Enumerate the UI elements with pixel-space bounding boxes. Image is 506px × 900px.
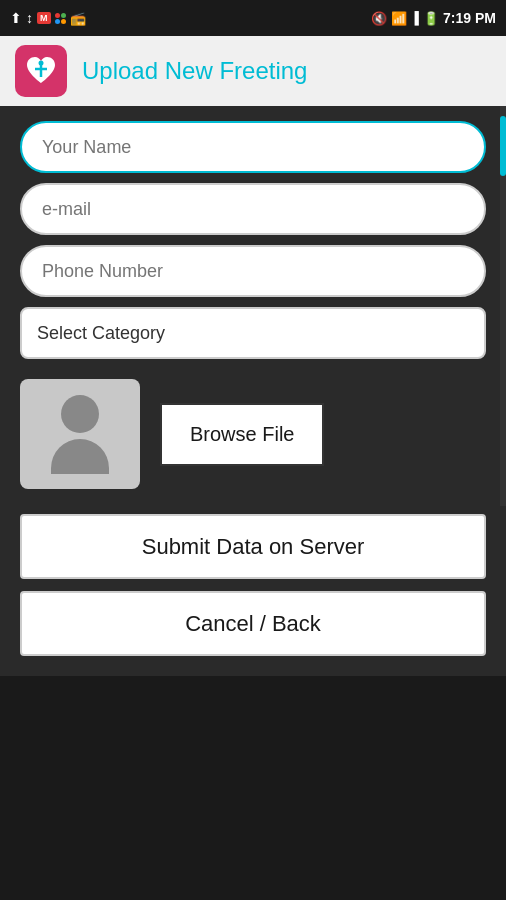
gmail-icon: M bbox=[37, 12, 51, 24]
time-display: 7:19 PM bbox=[443, 10, 496, 26]
logo-icon bbox=[23, 53, 59, 89]
email-input[interactable] bbox=[20, 183, 486, 235]
category-label: Select Category bbox=[37, 323, 165, 344]
page-title: Upload New Freeting bbox=[82, 57, 307, 85]
scroll-indicator[interactable] bbox=[500, 106, 506, 506]
scroll-thumb[interactable] bbox=[500, 116, 506, 176]
wifi-icon: 📶 bbox=[391, 11, 407, 26]
bottom-buttons: Submit Data on Server Cancel / Back bbox=[0, 514, 506, 676]
avatar-body bbox=[51, 439, 109, 474]
usb-icon: ⬆ bbox=[10, 10, 22, 26]
status-bar-left: ⬆ ↕ M 📻 bbox=[10, 10, 86, 26]
apps-icon bbox=[55, 13, 66, 24]
avatar-head bbox=[61, 395, 99, 433]
category-select[interactable]: Select Category bbox=[20, 307, 486, 359]
submit-button[interactable]: Submit Data on Server bbox=[20, 514, 486, 579]
avatar-icon bbox=[51, 395, 109, 474]
cancel-button[interactable]: Cancel / Back bbox=[20, 591, 486, 656]
svg-point-2 bbox=[39, 61, 44, 66]
name-input[interactable] bbox=[20, 121, 486, 173]
mute-icon: 🔇 bbox=[371, 11, 387, 26]
status-bar-right: 🔇 📶 ▐ 🔋 7:19 PM bbox=[371, 10, 496, 26]
radio-icon: 📻 bbox=[70, 11, 86, 26]
file-area: Browse File bbox=[20, 369, 486, 499]
phone-input[interactable] bbox=[20, 245, 486, 297]
cancel-label: Cancel / Back bbox=[185, 611, 321, 637]
submit-label: Submit Data on Server bbox=[142, 534, 365, 560]
app-logo bbox=[15, 45, 67, 97]
status-bar: ⬆ ↕ M 📻 🔇 📶 ▐ 🔋 7:19 PM bbox=[0, 0, 506, 36]
browse-file-label: Browse File bbox=[190, 423, 294, 445]
browse-file-button[interactable]: Browse File bbox=[160, 403, 324, 466]
form-container: Select Category Browse File bbox=[0, 106, 506, 514]
usb2-icon: ↕ bbox=[26, 10, 33, 26]
signal-icon: ▐ bbox=[411, 11, 420, 25]
battery-icon: 🔋 bbox=[423, 11, 439, 26]
app-header: Upload New Freeting bbox=[0, 36, 506, 106]
avatar-placeholder bbox=[20, 379, 140, 489]
